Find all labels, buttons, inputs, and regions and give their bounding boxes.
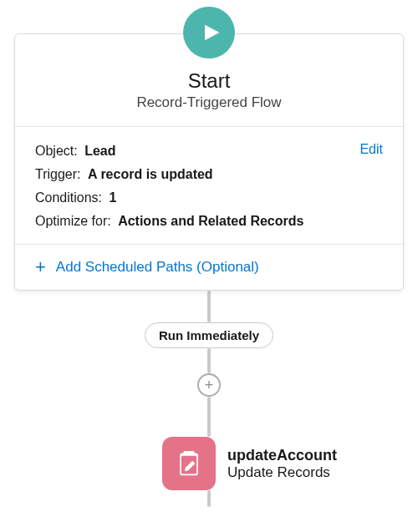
plus-icon: + — [205, 377, 214, 393]
trigger-row: Trigger: A record is updated — [35, 167, 383, 182]
optimize-value: Actions and Related Records — [118, 214, 303, 228]
update-node-subtitle: Update Records — [227, 464, 337, 481]
update-records-node[interactable]: updateAccount Update Records — [162, 437, 413, 490]
edit-link[interactable]: Edit — [359, 142, 383, 157]
optimize-row: Optimize for: Actions and Related Record… — [35, 214, 383, 229]
start-title: Start — [32, 69, 386, 93]
object-row: Object: Lead — [35, 144, 383, 159]
trigger-label: Trigger: — [35, 167, 81, 181]
conditions-row: Conditions: 1 — [35, 190, 383, 205]
start-node-card[interactable]: Start Record-Triggered Flow Edit Object:… — [14, 33, 404, 291]
plus-icon: + — [35, 258, 46, 276]
add-element-button[interactable]: + — [197, 373, 221, 397]
connector-line — [207, 291, 211, 322]
conditions-label: Conditions: — [35, 190, 102, 205]
connector-line — [207, 490, 211, 507]
start-play-icon — [183, 7, 235, 58]
start-subtitle: Record-Triggered Flow — [32, 94, 386, 111]
clipboard-edit-icon — [162, 437, 216, 490]
run-immediately-chip[interactable]: Run Immediately — [145, 322, 273, 348]
connector-line — [207, 397, 211, 437]
object-label: Object: — [35, 144, 78, 158]
conditions-value: 1 — [110, 190, 117, 205]
update-node-labels: updateAccount Update Records — [227, 447, 337, 481]
start-card-body: Edit Object: Lead Trigger: A record is u… — [15, 127, 403, 245]
update-node-title: updateAccount — [227, 447, 337, 464]
object-value: Lead — [84, 144, 115, 158]
trigger-value: A record is updated — [88, 167, 213, 181]
add-paths-label: Add Scheduled Paths (Optional) — [56, 259, 259, 276]
add-scheduled-paths-button[interactable]: + Add Scheduled Paths (Optional) — [15, 245, 403, 290]
optimize-label: Optimize for: — [35, 214, 111, 228]
connector-line — [207, 348, 211, 373]
